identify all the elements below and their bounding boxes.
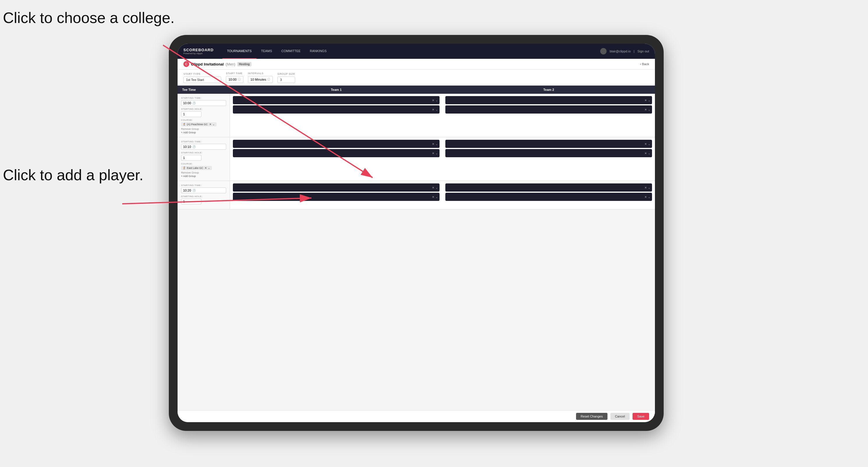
group-row: STARTING TIME: 10:10 🕐 STARTING HOLE: 1 … [178,137,655,181]
group-row: STARTING TIME: 10:00 🕐 STARTING HOLE: 1 … [178,94,655,137]
sub-header: C Clippd Invitational (Men) Hosting ‹ Ba… [178,59,655,70]
nav-tabs: TOURNAMENTS TEAMS COMMITTEE RANKINGS [222,44,600,59]
player-slot[interactable]: ✕ ⌄ [445,96,652,104]
team1-cell-0: ✕ ⌄ ✕ ⌄ [230,94,442,137]
c-logo: C [183,61,189,67]
team2-cell-2: ✕ ⌄ ✕ ⌄ [442,181,655,209]
scoreboard-logo: SCOREBOARD Powered by clippd [183,48,214,55]
reset-changes-button[interactable]: Reset Changes [576,413,608,420]
player-slot[interactable]: ✕ ⌄ [233,183,439,192]
hole-label-2: STARTING HOLE: [181,195,226,198]
group-left-2: STARTING TIME: 10:20 🕐 STARTING HOLE: 1 [178,181,230,209]
player-slot[interactable]: ✕ ⌄ [233,149,439,157]
back-button[interactable]: ‹ Back [640,62,649,66]
start-time-input-0[interactable]: 10:00 🕐 [181,100,226,106]
start-time-input-2[interactable]: 10:20 🕐 [181,187,226,193]
app-header: SCOREBOARD Powered by clippd TOURNAMENTS… [178,44,655,59]
tab-teams[interactable]: TEAMS [256,44,277,59]
start-time-input-1[interactable]: 10:10 🕐 [181,144,226,150]
tournament-title: C Clippd Invitational (Men) Hosting [183,61,251,67]
team1-cell-1: ✕ ⌄ ✕ ⌄ [230,137,442,181]
hole-label-0: STARTING HOLE: [181,108,226,110]
player-slot[interactable]: ✕ ⌄ [445,105,652,114]
team2-cell-1: ✕ ⌄ ✕ ⌄ [442,137,655,181]
start-type-select[interactable]: 1st Tee Start [183,76,221,83]
group-left-0: STARTING TIME: 10:00 🕐 STARTING HOLE: 1 … [178,94,230,137]
group-left-1: STARTING TIME: 10:10 🕐 STARTING HOLE: 1 … [178,137,230,181]
tab-tournaments[interactable]: TOURNAMENTS [222,44,256,59]
tab-rankings[interactable]: RANKINGS [305,44,331,59]
hole-input-2[interactable]: 1 [181,198,202,205]
header-right: blair@clippd.io | Sign out [600,48,649,55]
player-slot[interactable]: ✕ ⌄ [445,193,652,201]
hole-input-0[interactable]: 1 [181,111,202,117]
hole-input-1[interactable]: 1 [181,155,202,161]
course-tag-0[interactable]: 🏌 (A) Peachtree GC ✕ ⌄ [181,122,217,126]
time-info-icon: ⓘ [238,77,241,82]
hosting-badge: Hosting [237,62,251,66]
add-group-0[interactable]: + Add Group [181,131,226,134]
avatar [600,48,607,55]
clock-icon-0: 🕐 [192,102,196,104]
table-header: Tee Time Team 1 Team 2 [178,86,655,94]
team2-col-header: Team 2 [442,86,655,94]
group-row: STARTING TIME: 10:20 🕐 STARTING HOLE: 1 … [178,181,655,210]
tee-time-col-header: Tee Time [178,86,230,94]
group-size-group: Group Size 3 [277,72,295,83]
intervals-info-icon: ⓘ [267,77,270,82]
team1-cell-2: ✕ ⌄ ✕ ⌄ [230,181,442,209]
player-slot[interactable]: ✕ ⌄ [233,140,439,148]
app-footer: Reset Changes Cancel Save [178,410,655,422]
clock-icon-2: 🕐 [192,189,196,192]
start-type-group: Start Type 1st Tee Start [183,72,221,83]
tablet-screen: SCOREBOARD Powered by clippd TOURNAMENTS… [178,44,655,422]
annotation-top: Click to choose a college. [3,9,175,27]
main-content: STARTING TIME: 10:00 🕐 STARTING HOLE: 1 … [178,94,655,410]
remove-group-1[interactable]: Remove Group [181,171,226,174]
start-time-group: Start Time 10:00 ⓘ [226,72,243,83]
intervals-value: 10 Minutes [251,78,266,81]
hole-label-1: STARTING HOLE: [181,151,226,154]
start-time-label-0: STARTING TIME: [181,97,226,99]
team2-cell-0: ✕ ⌄ ✕ ⌄ [442,94,655,137]
remove-group-0[interactable]: Remove Group [181,127,226,130]
player-slot[interactable]: ✕ ⌄ [445,140,652,148]
add-group-1[interactable]: + Add Group [181,175,226,178]
team1-col-header: Team 1 [230,86,442,94]
clock-icon-1: 🕐 [192,145,196,148]
tablet-frame: SCOREBOARD Powered by clippd TOURNAMENTS… [169,35,664,431]
sign-out-link[interactable]: Sign out [638,50,649,53]
start-time-label-1: STARTING TIME: [181,140,226,143]
cancel-button[interactable]: Cancel [610,413,630,420]
player-slot[interactable]: ✕ ⌄ [445,183,652,192]
player-slot[interactable]: ✕ ⌄ [233,193,439,201]
group-size-select[interactable]: 3 [277,76,295,83]
player-slot[interactable]: ✕ ⌄ [233,96,439,104]
player-slot[interactable]: ✕ ⌄ [233,105,439,114]
start-time-value: 10:00 [228,78,237,81]
tab-committee[interactable]: COMMITTEE [277,44,305,59]
course-tag-1[interactable]: 🏌 East Lake GC ✕ ⌄ [181,166,212,170]
annotation-bottom: Click to add a player. [3,166,144,184]
start-time-label-2: STARTING TIME: [181,184,226,187]
intervals-group: Intervals 10 Minutes ⓘ [248,72,273,83]
course-label-0: COURSE: [181,119,226,121]
controls-row: Start Type 1st Tee Start Start Time 10:0… [178,70,655,86]
save-button[interactable]: Save [632,413,649,420]
course-label-1: COURSE: [181,162,226,165]
player-slot[interactable]: ✕ ⌄ [445,149,652,157]
